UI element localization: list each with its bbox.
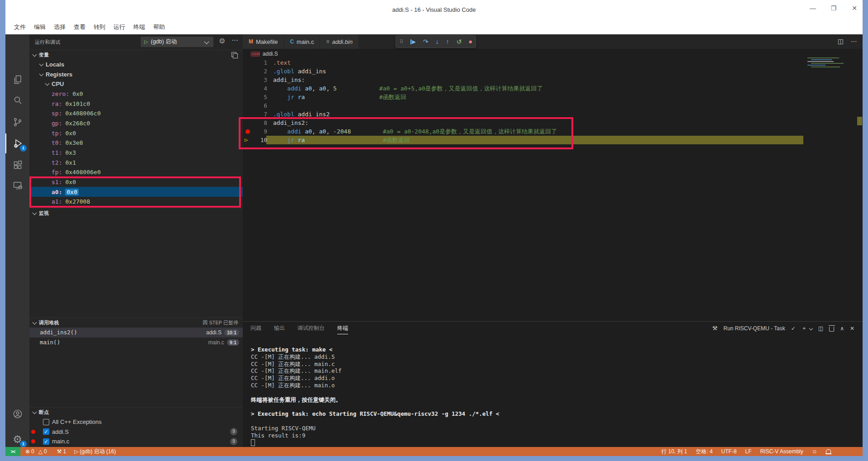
menu-item-编辑[interactable]: 编辑 bbox=[30, 21, 50, 33]
register-row-tp[interactable]: tp:0x0 bbox=[29, 128, 243, 138]
debug-gear-icon[interactable]: ⚙ bbox=[219, 38, 225, 45]
extensions-icon[interactable] bbox=[5, 155, 29, 175]
editor-more-icon[interactable]: ⋯ bbox=[851, 38, 857, 45]
register-row-sp[interactable]: sp:0x408006c0 bbox=[29, 109, 243, 119]
menu-item-转到[interactable]: 转到 bbox=[90, 21, 109, 33]
code-line-2[interactable]: 2.globl addi_ins bbox=[243, 67, 863, 76]
variables-group-Registers[interactable]: Registers bbox=[29, 69, 243, 79]
task-check-icon: ✓ bbox=[791, 325, 796, 332]
register-row-fp[interactable]: fp:0x408006e0 bbox=[29, 167, 243, 177]
breakpoints-section-header[interactable]: 断点 bbox=[29, 407, 243, 418]
register-row-ra[interactable]: ra:0x101c0 bbox=[29, 99, 243, 109]
search-icon[interactable] bbox=[5, 90, 29, 110]
chevron-down-icon bbox=[33, 320, 37, 325]
breakpoint-checkbox[interactable]: ✓ bbox=[43, 428, 49, 435]
menu-item-文件[interactable]: 文件 bbox=[10, 21, 30, 33]
minimap[interactable] bbox=[807, 57, 846, 72]
close-panel-icon[interactable]: ✕ bbox=[850, 325, 854, 332]
line-number: 6 bbox=[249, 101, 267, 110]
tab-addi.bin[interactable]: ≡addi.bin bbox=[320, 34, 359, 49]
settings-badge: 1 bbox=[20, 441, 27, 447]
breadcrumb-file[interactable]: addi.S bbox=[263, 51, 278, 57]
close-button[interactable]: ✕ bbox=[850, 5, 859, 12]
breakpoint-checkbox[interactable] bbox=[43, 419, 49, 425]
call-stack-section-header[interactable]: 调用堆栈 因 STEP 已暂停 bbox=[29, 318, 243, 328]
register-row-zero[interactable]: zero:0x0 bbox=[29, 89, 243, 99]
terminal-dropdown-icon[interactable] bbox=[809, 326, 813, 330]
menu-item-帮助[interactable]: 帮助 bbox=[149, 21, 169, 33]
menu-item-运行[interactable]: 运行 bbox=[109, 21, 129, 33]
code-line-4[interactable]: 4 addi a0, a0, 5 #a0 = a0+5,a0是参数，又是返回值，… bbox=[243, 84, 863, 93]
maximize-panel-icon[interactable]: ∧ bbox=[840, 325, 844, 332]
settings-gear-icon[interactable]: ⚙ 1 bbox=[5, 429, 29, 449]
remote-explorer-icon[interactable] bbox=[5, 176, 29, 195]
kill-terminal-icon[interactable] bbox=[829, 327, 834, 332]
problems-status[interactable]: ⊗ 0 △ 0 bbox=[25, 448, 47, 455]
tab-Makefile[interactable]: MMakefile bbox=[243, 34, 284, 49]
remote-indicator[interactable]: >< bbox=[5, 447, 20, 456]
terminal-output[interactable]: > Executing task: make <CC -[M] 正在构建... … bbox=[251, 346, 854, 446]
frame-location: addi.S10:1 bbox=[206, 329, 239, 336]
continue-icon[interactable]: ▶ bbox=[410, 39, 415, 44]
panel-tab-调试控制台[interactable]: 调试控制台 bbox=[297, 324, 325, 334]
register-row-t1[interactable]: t1:0x3 bbox=[29, 148, 243, 158]
terminal-task-label[interactable]: Run RISCV-QEMU - Task bbox=[723, 325, 785, 332]
menu-item-选择[interactable]: 选择 bbox=[50, 21, 70, 33]
menu-item-查看[interactable]: 查看 bbox=[70, 21, 90, 33]
minimize-button[interactable]: — bbox=[808, 5, 817, 12]
variables-section-header[interactable]: 变量 bbox=[29, 50, 243, 60]
split-terminal-icon[interactable]: ◫ bbox=[818, 325, 823, 332]
stop-icon[interactable]: ■ bbox=[469, 39, 472, 44]
split-editor-icon[interactable]: ◫ bbox=[838, 38, 844, 45]
code-line-6[interactable]: 6 bbox=[243, 101, 863, 110]
indentation-indicator[interactable]: 空格: 4 bbox=[696, 448, 712, 456]
source-control-icon[interactable] bbox=[5, 112, 29, 132]
step-into-icon[interactable]: ↓ bbox=[435, 38, 439, 45]
feedback-icon[interactable]: ☺ bbox=[812, 448, 817, 455]
new-terminal-icon[interactable]: ＋ bbox=[802, 324, 807, 332]
launch-config-dropdown[interactable]: ▷ (gdb) 启动 bbox=[141, 37, 213, 47]
code-line-1[interactable]: 1.text bbox=[243, 58, 863, 67]
run-and-debug-icon[interactable]: 1 bbox=[5, 133, 29, 153]
debug-session-status[interactable]: ▷ (gdb) 启动 (16) bbox=[74, 448, 116, 456]
eol-indicator[interactable]: LF bbox=[745, 448, 751, 455]
menu-item-终端[interactable]: 终端 bbox=[129, 21, 149, 33]
notifications-bell-icon[interactable] bbox=[826, 449, 831, 453]
line-content: .globl addi_ins bbox=[273, 67, 326, 76]
stack-frame-addi_ins2()[interactable]: addi_ins2()addi.S10:1 bbox=[29, 328, 243, 337]
running-tasks-status[interactable]: ⚒ 1 bbox=[57, 448, 66, 455]
encoding-indicator[interactable]: UTF-8 bbox=[721, 448, 736, 455]
account-icon[interactable] bbox=[5, 404, 29, 424]
panel-tab-问题[interactable]: 问题 bbox=[250, 324, 261, 334]
restore-button[interactable]: ❐ bbox=[829, 5, 838, 12]
breakpoint-item-All C++ Exceptions[interactable]: All C++ Exceptions bbox=[29, 417, 243, 427]
code-line-3[interactable]: 3addi_ins: bbox=[243, 76, 863, 84]
tab-main.c[interactable]: Cmain.c bbox=[284, 34, 320, 49]
watch-section-header[interactable]: 监视 bbox=[29, 208, 243, 219]
variables-group-CPU[interactable]: CPU bbox=[29, 79, 243, 89]
breakpoint-item-addi.S[interactable]: ✓addi.S9 bbox=[29, 427, 243, 437]
variables-group-Locals[interactable]: Locals bbox=[29, 60, 243, 70]
stack-frame-main()[interactable]: main()main.c9:1 bbox=[29, 337, 243, 347]
frame-position-badge: 9:1 bbox=[227, 339, 239, 346]
language-indicator[interactable]: RISC-V Assembly bbox=[760, 448, 803, 455]
code-line-5[interactable]: 5 jr ra #函数返回 bbox=[243, 93, 863, 101]
line-col-indicator[interactable]: 行 10, 列 1 bbox=[661, 448, 687, 456]
register-row-t0[interactable]: t0:0x3e8 bbox=[29, 138, 243, 148]
collapse-all-icon[interactable] bbox=[231, 52, 236, 57]
breadcrumb[interactable]: ASM addi.S bbox=[243, 49, 863, 59]
restart-icon[interactable]: ↺ bbox=[457, 38, 462, 45]
breakpoint-checkbox[interactable]: ✓ bbox=[43, 438, 49, 445]
breakpoint-item-main.c[interactable]: ✓main.c9 bbox=[29, 437, 243, 447]
drag-handle-icon[interactable]: ⠿ bbox=[400, 39, 403, 44]
panel-tab-终端[interactable]: 终端 bbox=[337, 324, 348, 334]
terminal-line bbox=[251, 403, 854, 410]
step-over-icon[interactable]: ↷ bbox=[423, 38, 429, 45]
register-row-gp[interactable]: gp:0x268c0 bbox=[29, 119, 243, 128]
panel-tab-输出[interactable]: 输出 bbox=[274, 324, 285, 334]
more-actions-icon[interactable]: ⋯ bbox=[231, 36, 239, 44]
terminal-line bbox=[251, 389, 854, 396]
explorer-icon[interactable] bbox=[5, 70, 29, 90]
step-out-icon[interactable]: ↑ bbox=[446, 38, 449, 45]
register-row-t2[interactable]: t2:0x1 bbox=[29, 157, 243, 167]
